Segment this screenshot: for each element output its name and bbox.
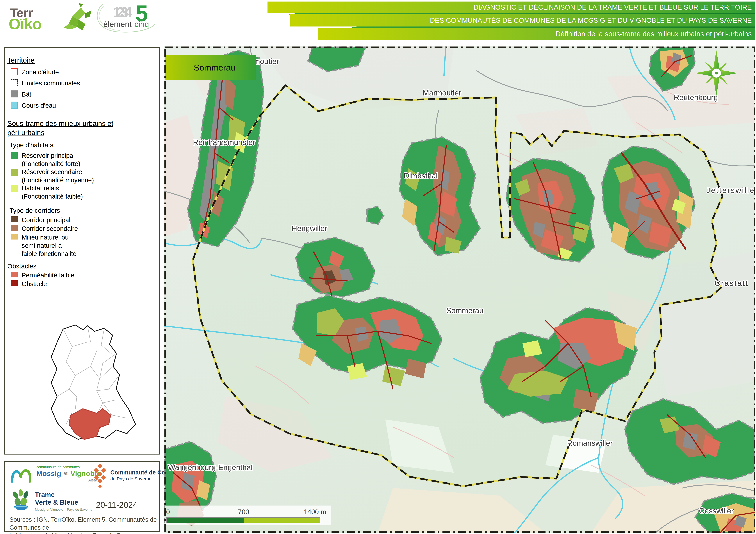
terroiko-text-oiko: Oïko bbox=[9, 15, 41, 33]
reservoir-secondaire-detail: (Fonctionnalité moyenne) bbox=[22, 176, 94, 184]
map-title-banner: Sommerau bbox=[165, 55, 256, 80]
cours-eau-swatch bbox=[11, 102, 18, 109]
zone-etude-swatch bbox=[11, 68, 18, 75]
obstacle-label: Obstacle bbox=[22, 280, 47, 288]
limites-communales-swatch bbox=[11, 79, 18, 86]
label-wangenbourg-engenthal: Wangenbourg-Engenthal bbox=[168, 463, 253, 472]
scale-mid: 700 bbox=[238, 508, 249, 516]
element-cinq-sub: cinq bbox=[134, 19, 149, 29]
map-canvas: Marmoutier Marmoutier Reutenbourg Reinha… bbox=[164, 46, 755, 533]
label-marmoutier: Marmoutier bbox=[423, 89, 461, 97]
sources-line2: la Mossig et du Vignoble et du Pays de S… bbox=[10, 531, 159, 534]
habitat-relais-label: Habitat relais bbox=[22, 185, 59, 192]
corridor-principal-swatch bbox=[11, 216, 18, 222]
label-reutenbourg: Reutenbourg bbox=[674, 93, 718, 102]
bati-swatch bbox=[11, 90, 18, 97]
limites-communales-label: Limites communales bbox=[22, 80, 80, 87]
milieu-naturel-swatch bbox=[11, 234, 18, 240]
main-map: Marmoutier Marmoutier Reutenbourg Reinha… bbox=[164, 46, 755, 533]
habitat-relais-detail: (Fonctionnalité faible) bbox=[22, 193, 83, 200]
permeabilite-swatch bbox=[11, 272, 18, 277]
tvb-logo-icon bbox=[10, 489, 33, 513]
legend-territoire-heading: Territoire bbox=[7, 56, 35, 64]
corridors-heading: Type de corridors bbox=[10, 207, 60, 214]
reservoir-principal-label: Réservoir principal bbox=[22, 152, 75, 159]
element-cinq-logo: 1234 5 élément cinq bbox=[94, 2, 158, 32]
bati-label: Bâti bbox=[22, 91, 33, 98]
label-sommerau: Sommerau bbox=[446, 306, 484, 315]
title-line1-text: DIAGNOSTIC ET DÉCLINAISON DE LA TRAME VE… bbox=[473, 2, 755, 13]
reservoir-principal-swatch bbox=[11, 152, 18, 160]
cours-eau-label: Cours d'eau bbox=[22, 102, 56, 109]
tvb-logo-line2: Verte & Bleue bbox=[35, 498, 78, 506]
terroiko-logo: Terr Oïko bbox=[8, 1, 94, 30]
mossig-logo-et: et bbox=[64, 470, 68, 476]
mossig-logo-small-text: communauté de communes bbox=[37, 465, 80, 469]
scale-end: 1400 m bbox=[304, 508, 326, 516]
legend-panel: Territoire Zone d'étude Limites communal… bbox=[4, 47, 160, 454]
corridor-principal-label: Corridor principal bbox=[22, 216, 70, 224]
label-dimbsthal: Dimbsthal bbox=[404, 172, 438, 180]
soustrame-heading-line1: Sous-trame des milieux urbains et bbox=[7, 119, 113, 128]
label-hengwiller: Hengwiller bbox=[292, 224, 327, 233]
reservoir-principal-detail: (Fonctionnalité forte) bbox=[22, 160, 80, 167]
scale-bar: 0 700 1400 m bbox=[165, 505, 331, 525]
map-sheet: Terr Oïko 1234 5 élément cinq DIAGNOSTIC… bbox=[0, 0, 756, 534]
reservoir-secondaire-swatch bbox=[11, 169, 18, 176]
map-title-text: Sommerau bbox=[194, 63, 235, 72]
mossig-logo-name1: Mossig bbox=[37, 469, 61, 478]
credits-panel: communauté de communes Mossig et Vignobl… bbox=[4, 461, 160, 532]
habitat-relais-swatch bbox=[11, 185, 18, 192]
map-date: 20-11-2024 bbox=[96, 500, 137, 509]
sources-line1: Sources : IGN, TerrOïko, Elément 5, Comm… bbox=[10, 516, 159, 531]
label-cosswiller: Cosswiller bbox=[699, 507, 734, 515]
scale-zero: 0 bbox=[166, 508, 170, 516]
title-line3-text: Définition de la sous-trame des milieux … bbox=[555, 28, 755, 40]
title-banner-line1: DIAGNOSTIC ET DÉCLINAISON DE LA TRAME VE… bbox=[267, 2, 755, 13]
label-romanswiller: Romanswiller bbox=[567, 439, 613, 447]
label-reinhardsmunster: Reinhardsmunster bbox=[193, 138, 255, 147]
soustrame-heading-line2: péri-urbains bbox=[7, 129, 44, 137]
frog-icon bbox=[54, 1, 94, 32]
label-jetterswiller: Jetterswiller bbox=[706, 186, 755, 194]
locator-inset-map bbox=[11, 318, 153, 452]
tvb-logo-line1: Trame bbox=[35, 491, 55, 498]
tvb-logo-subtitle: Mossig et Vignoble – Pays de Saverne bbox=[35, 508, 93, 512]
mossig-vignoble-logo-icon bbox=[10, 465, 34, 483]
milieu-naturel-label: Milieu naturel ou bbox=[22, 234, 68, 241]
corridor-secondaire-swatch bbox=[11, 225, 18, 231]
element-cinq-name: élément bbox=[103, 19, 131, 29]
saverne-logo-line2: du Pays de Saverne bbox=[110, 476, 151, 481]
pays-saverne-logo-icon bbox=[92, 464, 109, 492]
obstacles-heading: Obstacles bbox=[7, 263, 37, 270]
milieu-naturel-line3: faible fonctionnalité bbox=[22, 250, 76, 258]
habitats-heading: Type d'habitats bbox=[10, 141, 53, 149]
zone-etude-label: Zone d'étude bbox=[22, 68, 59, 76]
title-line2-text: DES COMMUNAUTÉS DE COMMUNES DE LA MOSSIG… bbox=[430, 14, 755, 27]
element-cinq-digits: 1234 bbox=[113, 4, 128, 20]
corridor-secondaire-label: Corridor secondaire bbox=[22, 225, 78, 232]
permeabilite-label: Perméabilité faible bbox=[22, 272, 74, 279]
milieu-naturel-line2: semi naturel à bbox=[22, 242, 62, 249]
label-crastatt: Crastatt bbox=[715, 279, 748, 288]
reservoir-secondaire-label: Réservoir secondaire bbox=[22, 168, 82, 176]
title-banner-line3: Définition de la sous-trame des milieux … bbox=[318, 28, 755, 40]
obstacle-swatch bbox=[11, 280, 18, 286]
title-banner-line2: DES COMMUNAUTÉS DE COMMUNES DE LA MOSSIG… bbox=[290, 14, 755, 27]
